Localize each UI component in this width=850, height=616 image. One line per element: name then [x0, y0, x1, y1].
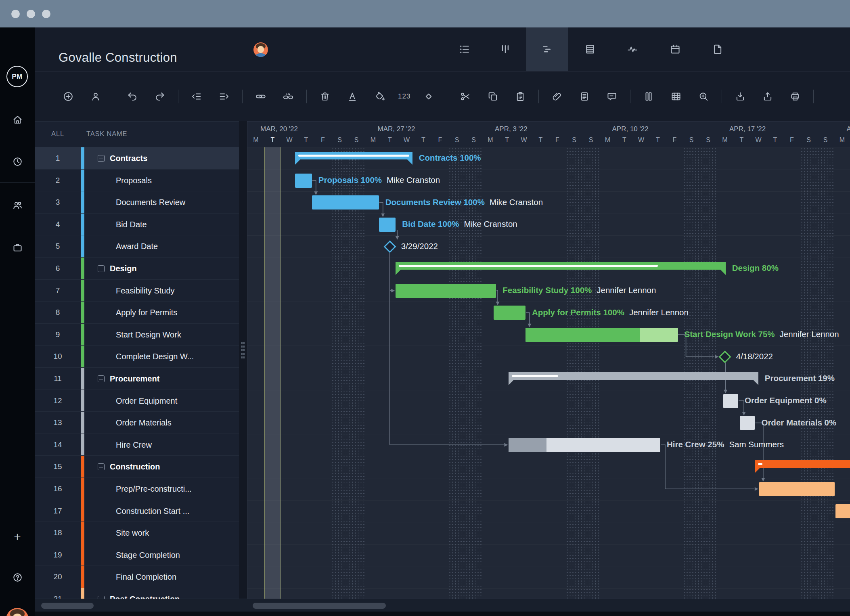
undo-button[interactable] — [123, 87, 142, 106]
panel-resize-divider[interactable] — [239, 121, 247, 599]
columns-button[interactable] — [639, 87, 658, 106]
drag-handle-icon[interactable] — [241, 341, 245, 359]
task-color-strip — [81, 302, 84, 323]
trash-button[interactable] — [316, 87, 334, 106]
task-row[interactable]: 19Stage Completion — [35, 544, 239, 566]
task-row[interactable]: 11Procurement — [35, 368, 239, 390]
view-tab-gantt-view[interactable] — [526, 27, 568, 71]
paste-button[interactable] — [511, 87, 530, 106]
comment-button[interactable] — [603, 87, 621, 106]
import-button[interactable] — [731, 87, 750, 106]
indent-button[interactable] — [215, 87, 233, 106]
redo-button[interactable] — [151, 87, 169, 106]
task-row[interactable]: 10Complete Design W... — [35, 346, 239, 368]
task-row[interactable]: 7Feasibility Study — [35, 280, 239, 302]
outdent-button[interactable] — [187, 87, 206, 106]
task-name: Award Date — [116, 235, 158, 258]
day-letter: S — [566, 136, 583, 144]
task-row[interactable]: 17Construction Start ... — [35, 500, 239, 522]
gantt-summary-bar[interactable] — [396, 262, 726, 270]
add-circle-button[interactable] — [59, 87, 77, 106]
print-button[interactable] — [786, 87, 804, 106]
task-row[interactable]: 8Apply for Permits — [35, 302, 239, 324]
collapse-toggle-icon[interactable] — [98, 596, 105, 599]
task-name: Construction Start ... — [116, 500, 189, 522]
view-tab-board-view[interactable] — [484, 27, 526, 71]
column-header-all[interactable]: ALL — [35, 130, 81, 138]
task-row[interactable]: 1Contracts — [35, 147, 239, 170]
assign-user-button[interactable] — [86, 87, 105, 106]
view-tab-list-view[interactable] — [444, 27, 486, 71]
milestone-button[interactable] — [419, 87, 438, 106]
gantt-task-bar[interactable] — [494, 306, 525, 320]
sidebar-add-icon[interactable]: + — [8, 528, 26, 546]
collapse-toggle-icon[interactable] — [98, 375, 105, 382]
task-row[interactable]: 18Site work — [35, 522, 239, 544]
gantt-task-bar[interactable] — [723, 394, 738, 408]
gantt-task-bar[interactable] — [835, 504, 850, 518]
gantt-task-bar[interactable] — [525, 328, 678, 342]
export-button[interactable] — [758, 87, 777, 106]
task-row[interactable]: 15Construction — [35, 456, 239, 478]
gantt-bar-label: Contracts 100% — [419, 153, 481, 163]
task-row[interactable]: 21Post Construction — [35, 588, 239, 599]
gantt-task-bar[interactable] — [379, 218, 396, 232]
column-header-task-name[interactable]: TASK NAME — [86, 130, 127, 138]
view-tab-activity-view[interactable] — [611, 27, 653, 71]
task-row[interactable]: 2Proposals — [35, 170, 239, 192]
cut-button[interactable] — [456, 87, 475, 106]
view-tab-sheet-view[interactable] — [569, 27, 611, 71]
task-row[interactable]: 16Prep/Pre-constructi... — [35, 478, 239, 500]
attachment-button[interactable] — [548, 87, 566, 106]
task-panel-scrollbar[interactable] — [41, 603, 94, 609]
gantt-task-bar[interactable] — [396, 284, 496, 298]
collapse-toggle-icon[interactable] — [98, 265, 105, 272]
chart-scrollbar[interactable] — [253, 603, 386, 609]
collapse-toggle-icon[interactable] — [98, 155, 105, 162]
sidebar-home-icon[interactable] — [8, 111, 26, 128]
gantt-summary-bar[interactable] — [509, 372, 758, 380]
window-dot[interactable] — [42, 10, 50, 18]
gantt-summary-bar[interactable] — [295, 152, 412, 159]
task-name: Procurement — [98, 368, 159, 390]
fill-color-button[interactable] — [371, 87, 389, 106]
view-tab-calendar-view[interactable] — [654, 27, 696, 71]
user-avatar[interactable] — [6, 608, 29, 616]
gantt-task-bar[interactable] — [509, 438, 660, 452]
task-row-number: 1 — [35, 147, 81, 170]
sidebar-team-icon[interactable] — [8, 196, 26, 214]
notes-button[interactable] — [575, 87, 594, 106]
font-color-button[interactable] — [343, 87, 362, 106]
task-row[interactable]: 14Hire Crew — [35, 434, 239, 456]
sidebar-help-icon[interactable] — [8, 568, 26, 586]
view-tab-document-view[interactable] — [697, 27, 739, 71]
task-color-strip — [81, 214, 84, 235]
gantt-summary-bar[interactable] — [755, 460, 850, 468]
window-dot[interactable] — [11, 10, 20, 18]
sidebar-clock-icon[interactable] — [8, 153, 26, 170]
collapse-toggle-icon[interactable] — [98, 463, 105, 470]
link-button[interactable] — [251, 87, 270, 106]
unlink-button[interactable] — [279, 87, 297, 106]
numbers-format-button[interactable]: 123 — [398, 92, 410, 101]
grid-button[interactable] — [667, 87, 685, 106]
task-row[interactable]: 4Bid Date — [35, 214, 239, 236]
zoom-in-button[interactable] — [694, 87, 713, 106]
task-row[interactable]: 5Award Date — [35, 235, 239, 258]
gantt-task-bar[interactable] — [312, 195, 379, 210]
gantt-task-bar[interactable] — [295, 174, 312, 188]
gantt-task-bar[interactable] — [759, 482, 835, 496]
copy-button[interactable] — [484, 87, 502, 106]
task-color-strip — [81, 390, 84, 412]
task-row[interactable]: 12Order Equipment — [35, 390, 239, 412]
task-name: Apply for Permits — [116, 302, 177, 324]
sidebar-briefcase-icon[interactable] — [8, 239, 26, 256]
window-dot[interactable] — [27, 10, 35, 18]
task-row[interactable]: 20Final Completion — [35, 566, 239, 588]
project-owner-avatar[interactable] — [253, 42, 268, 57]
task-row[interactable]: 9Start Design Work — [35, 324, 239, 346]
task-row[interactable]: 3Documents Review — [35, 191, 239, 214]
task-row[interactable]: 6Design — [35, 258, 239, 280]
task-row[interactable]: 13Order Materials — [35, 412, 239, 434]
gantt-task-bar[interactable] — [740, 416, 755, 430]
